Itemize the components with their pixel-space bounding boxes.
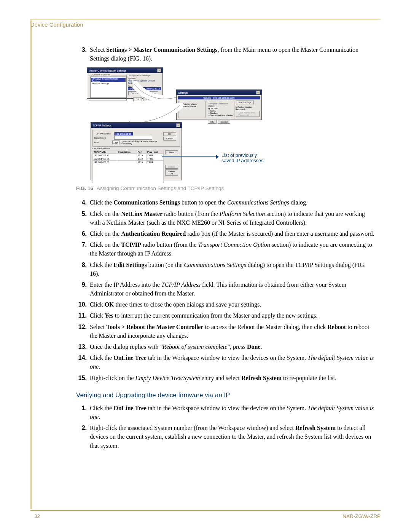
new-button[interactable]: New — [165, 150, 178, 154]
step-number: 15. — [76, 374, 87, 382]
close-icon[interactable]: × — [176, 123, 180, 127]
header-rule — [30, 19, 381, 19]
dialog1-title: Master Communication Settings — [89, 69, 126, 72]
step-number: 3. — [76, 45, 87, 54]
step-number: 2. — [76, 423, 87, 432]
footer-brand: NXR-ZGW/-ZRP — [342, 513, 381, 519]
radio-vnm[interactable]: Virtual NetLinx Master — [210, 114, 233, 117]
step-text: Click the OnLine Tree tab in the Workspa… — [90, 353, 377, 371]
step-number: 4. — [76, 198, 87, 207]
address-table: TCP/IP URL Description Port Ping Host 19… — [92, 150, 164, 183]
figure-16: Master Communication Settings × My Activ… — [87, 67, 269, 182]
dialog2-title: Settings — [178, 91, 188, 94]
step-text: Right-click the associated System number… — [90, 423, 377, 450]
label-port: Port — [94, 141, 112, 144]
table-row: 192.168.000.35 1319 TRUE — [93, 157, 164, 161]
page-number: 32 — [34, 513, 40, 519]
port-input[interactable]: 1319 — [112, 141, 120, 144]
checkbox-auth-required[interactable]: Authentication Required — [236, 106, 252, 110]
footer-rule — [30, 510, 381, 511]
delete-button: Delete — [165, 165, 178, 169]
close-icon[interactable]: × — [157, 69, 161, 72]
cancel-button[interactable]: Cancel — [163, 137, 176, 141]
step-number: 9. — [76, 280, 87, 289]
step-number: 1. — [76, 404, 87, 412]
step-text: Click the Edit Settings button (on the C… — [90, 260, 377, 278]
step-item: 11.Click Yes to interrupt the current co… — [76, 311, 377, 320]
step-text: Select Tools > Reboot the Master Control… — [90, 323, 377, 340]
step-text: Once the dialog replies with "Reboot of … — [90, 342, 377, 351]
user-password-button: User Name and Password — [236, 111, 260, 117]
step-item: 6.Click on the Authentication Required r… — [76, 229, 377, 238]
step-number: 12. — [76, 323, 87, 331]
label-transport: Transport Connection Option — [208, 102, 233, 107]
callout-ip-list: List of previously saved IP Addresses — [221, 153, 269, 163]
step-number: 10. — [76, 300, 87, 309]
table-row: 192.168.003.53 1319 TRUE — [93, 161, 164, 164]
tree-item-terminal[interactable]: Terminal Settings — [91, 82, 126, 85]
table-row: 192.168.203.41 1319 TRUE — [93, 154, 164, 157]
subheading-verifying: Verifying and Upgrading the device firmw… — [76, 391, 377, 399]
step-item: 5.Click on the NetLinx Master radio butt… — [76, 209, 377, 227]
figure-caption: FIG. 16 Assigning Communication Settings… — [76, 185, 377, 191]
figure-number: FIG. 16 — [76, 185, 93, 191]
radio-icon: ○ — [208, 114, 210, 117]
tcpip-address-input[interactable]: 192.168.203.35 — [114, 132, 133, 136]
step-number: 7. — [76, 240, 87, 249]
step-text: Click on the NetLinx Master radio button… — [90, 209, 377, 227]
th-port: Port — [137, 150, 146, 154]
close-icon[interactable]: × — [256, 91, 260, 94]
steps-list-pre: 3.Select Settings > Master Communication… — [76, 45, 377, 63]
step-number: 13. — [76, 342, 87, 351]
text-netlinx-header: NetLinx - 192.168.203.35:1319 — [178, 96, 260, 99]
step-item: 3.Select Settings > Master Communication… — [76, 45, 377, 63]
dialog-comm-settings: Settings × NetLinx - 192.168.203.35:1319… — [176, 89, 262, 120]
step-text: Click Yes to interrupt the current commu… — [90, 311, 377, 320]
th-ping: Ping Host — [146, 150, 163, 154]
step-item: 1.Click the OnLine Tree tab in the Works… — [76, 404, 377, 421]
step-item: 14.Click the OnLine Tree tab in the Work… — [76, 353, 377, 371]
step-item: 15.Right-click on the Empty Device Tree/… — [76, 374, 377, 382]
step-text: Enter the IP Address into the TCP/IP Add… — [90, 280, 377, 298]
step-item: 2.Right-click the associated System numb… — [76, 423, 377, 450]
step-text: Select Settings > Master Communication S… — [90, 45, 377, 63]
label-tcpip-address: TCP/IP Address — [94, 133, 113, 135]
delete-all-button[interactable]: Delete All — [165, 169, 178, 176]
cancel-button[interactable]: Cancel — [218, 120, 230, 124]
left-gutter-bar — [30, 19, 32, 509]
step-text: Click on the Authentication Required rad… — [90, 229, 377, 238]
dialog-tcpip-settings: TCP/IP Settings × TCP/IP Address 192.168… — [91, 122, 182, 180]
step-text: Right-click on the Empty Device Tree/Sys… — [90, 374, 377, 382]
ok-button[interactable]: OK — [163, 132, 176, 136]
step-item: 10.Click OK three times to close the ope… — [76, 300, 377, 309]
step-item: 9.Enter the IP Address into the TCP/IP A… — [76, 280, 377, 298]
checkbox-icon: ☑ — [121, 141, 123, 144]
edit-settings-button[interactable]: Edit Settings — [236, 101, 254, 104]
label-list-of-addresses: List of Addresses — [92, 147, 180, 150]
step-number: 11. — [76, 311, 87, 320]
step-number: 5. — [76, 209, 87, 218]
step-number: 14. — [76, 353, 87, 362]
checkbox-auto-ping[interactable]: Automatically Ping the Master to ensure … — [123, 140, 162, 145]
dialog3-title: TCP/IP Settings — [92, 124, 112, 127]
ok-button[interactable]: OK — [208, 120, 217, 124]
callout-arrow-icon — [162, 156, 218, 157]
th-url: TCP/IP URL — [93, 150, 117, 154]
steps-list-post: 4.Click the Communications Settings butt… — [76, 198, 377, 382]
step-text: Click on the TCP/IP radio button (from t… — [90, 240, 377, 258]
th-desc: Description — [117, 150, 137, 154]
tree-item-active[interactable]: My Active System Default Settings — [91, 78, 126, 82]
figure-caption-text: Assigning Communication Settings and TCP… — [97, 185, 224, 191]
step-text: Click the Communications Settings button… — [90, 198, 377, 207]
description-input[interactable] — [114, 136, 152, 140]
header-section-label: Device Configuration — [30, 22, 381, 28]
step-number: 8. — [76, 260, 87, 269]
step-text: Click the OnLine Tree tab in the Workspa… — [90, 404, 377, 421]
steps-list-b: 1.Click the OnLine Tree tab in the Works… — [76, 404, 377, 450]
label-config-settings: Configuration Settings — [128, 74, 161, 77]
step-number: 6. — [76, 229, 87, 238]
step-item: 7.Click on the TCP/IP radio button (from… — [76, 240, 377, 258]
label-description: Description — [94, 137, 113, 139]
step-item: 13.Once the dialog replies with "Reboot … — [76, 342, 377, 351]
step-item: 4.Click the Communications Settings butt… — [76, 198, 377, 207]
